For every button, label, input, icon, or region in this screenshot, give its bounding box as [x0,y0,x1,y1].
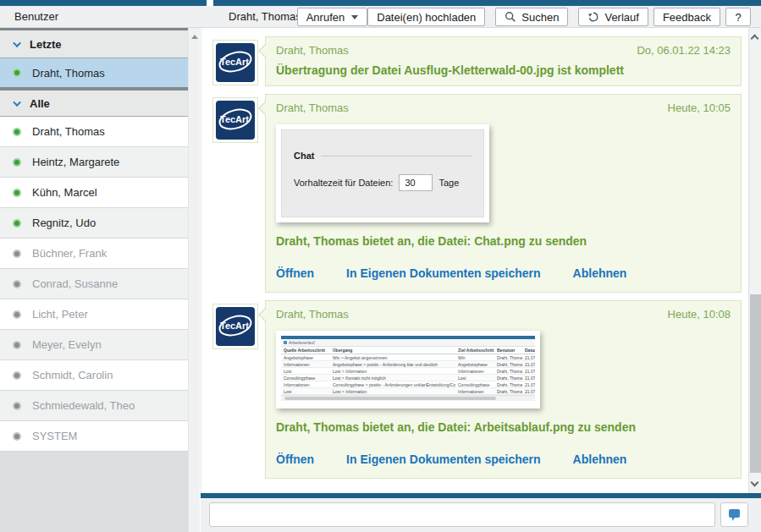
status-dot-icon [13,128,21,136]
chevron-down-icon [351,15,358,19]
open-link[interactable]: Öffnen [276,452,314,466]
mini-horizontal-scrollbar [281,395,535,401]
scrollbar-thumb[interactable] [750,294,761,473]
sidebar-item-draht-thomas-recent[interactable]: Draht, Thomas [0,58,188,89]
message-input[interactable] [209,502,715,527]
sidebar-item-schmiedewald-theo[interactable]: Schmiedewald, Theo [0,391,188,421]
sidebar-item-regnitz-udo[interactable]: Regnitz, Udo [0,208,188,239]
history-button-label: Verlauf [604,11,638,24]
decline-link[interactable]: Ablehnen [573,452,627,466]
user-name: Draht, Thomas [32,67,105,80]
chat-partner-title: Draht, Thomas [229,10,301,23]
save-to-documents-link[interactable]: In Eigenen Dokumenten speichern [346,452,541,466]
file-offer-text: Draht, Thomas bietet an, die Datei: Chat… [276,234,731,248]
file-offer-actions: Öffnen In Eigenen Dokumenten speichern A… [276,452,731,466]
help-button[interactable]: ? [725,8,751,26]
tecart-logo-icon: TecArt [216,307,255,346]
dialog-group-title: Chat [294,151,314,161]
svg-text:TecArt: TecArt [220,57,249,67]
mini-table-row: Informationen Angebotsphase > positiv - … [281,361,535,368]
sidebar-item-licht-peter[interactable]: Licht, Peter [0,299,188,330]
file-offer-actions: Öffnen In Eigenen Dokumenten speichern A… [276,266,731,280]
sidebar-title: Benutzer [14,10,58,23]
status-dot-icon [13,371,21,380]
message-bubble: Draht, Thomas Do, 06.01.22 14:23 Übertra… [265,36,742,86]
chat-message: TecArt Draht, Thomas Heute, 10:05 Chat [212,94,742,293]
mini-table-row: Consultingphase Lost > Kontakt nicht mög… [281,375,535,381]
user-name: Licht, Peter [32,308,88,321]
dialog-field-unit: Tage [438,178,459,188]
header-bar: Benutzer Draht, Thomas Anrufen Datei(en)… [0,6,761,28]
chat-settings-dialog-preview: Chat Vorhaltezeit für Dateien: 30 Tage [281,129,484,217]
scroll-up-arrow-icon[interactable] [191,35,198,39]
help-button-label: ? [735,11,741,24]
status-dot-icon [13,310,21,319]
svg-text:TecArt: TecArt [220,114,249,124]
scroll-down-arrow-icon[interactable] [751,479,759,487]
mini-window-title: Arbeitsverlauf [289,340,315,345]
decline-link[interactable]: Ablehnen [573,266,627,280]
message-text: Übertragung der Datei Ausflug-Kletterwal… [276,63,731,77]
sidebar-item-system[interactable]: SYSTEM [0,421,188,452]
status-dot-icon [13,69,21,77]
sidebar-item-meyer-evelyn[interactable]: Meyer, Evelyn [0,330,188,360]
mini-table-row: Informationen Consultingphase > positiv … [281,381,535,388]
chat-message: TecArt Draht, Thomas Heute, 10:08 Arbeit… [212,300,742,479]
mini-table-row: Angebotsphase Win > Angebot angenommen W… [281,354,535,361]
call-button[interactable]: Anrufen [297,8,368,26]
feedback-button-label: Feedback [663,11,711,24]
user-name: Conrad, Susanne [32,277,118,290]
message-sender: Draht, Thomas [276,101,349,114]
mini-table-header: Quelle Arbeitsschritt Übergang Ziel Arbe… [281,347,535,354]
file-preview-chat-png[interactable]: Chat Vorhaltezeit für Dateien: 30 Tage [276,124,489,222]
sidebar-item-conrad-susanne[interactable]: Conrad, Susanne [0,269,188,299]
message-sender: Draht, Thomas [276,44,349,57]
sidebar-item-draht-thomas[interactable]: Draht, Thomas [0,117,188,147]
chat-message: TecArt Draht, Thomas Do, 06.01.22 14:23 … [212,36,742,86]
search-button-label: Suchen [521,11,559,24]
chat-scrollbar[interactable] [748,28,761,493]
user-name: Schmidt, Carolin [32,369,113,381]
message-bubble: Draht, Thomas Heute, 10:08 Arbeitsverlau… [265,300,742,479]
top-accent-bar-left [0,0,207,6]
mini-window-icon [284,341,287,344]
sidebar-scrollbar[interactable] [188,28,200,532]
section-label: Letzte [30,38,62,51]
open-link[interactable]: Öffnen [276,266,314,280]
file-preview-arbeitsablauf-png[interactable]: Arbeitsverlauf Quelle Arbeitsschritt Übe… [276,331,540,409]
sidebar-item-heintz-margarete[interactable]: Heintz, Margarete [0,147,188,178]
dialog-field-label: Vorhaltezeit für Dateien: [294,178,393,188]
workflow-table-preview: Arbeitsverlauf Quelle Arbeitsschritt Übe… [281,336,535,403]
sidebar-section-alle[interactable]: Alle [0,89,188,117]
status-dot-icon [13,341,21,349]
call-button-label: Anrufen [306,11,345,24]
save-to-documents-link[interactable]: In Eigenen Dokumenten speichern [346,266,541,280]
user-name: Kühn, Marcel [32,186,97,199]
history-button[interactable]: Verlauf [578,8,648,26]
tecart-logo-icon: TecArt [216,101,255,140]
user-name: Büchner, Frank [32,247,107,260]
search-button[interactable]: Suchen [495,8,568,26]
message-sender: Draht, Thomas [276,308,349,321]
scroll-up-arrow-icon[interactable] [751,35,759,43]
status-dot-icon [13,189,21,197]
sidebar-item-schmidt-carolin[interactable]: Schmidt, Carolin [0,360,188,391]
status-dot-icon [13,219,21,228]
file-offer-text: Draht, Thomas bietet an, die Datei: Arbe… [276,420,731,434]
search-icon [505,11,516,23]
mini-table-row: Lost Lost > Information Informationen Dr… [281,368,535,375]
send-button[interactable] [720,502,748,527]
sidebar-item-kuehn-marcel[interactable]: Kühn, Marcel [0,178,188,208]
sidebar-item-buechner-frank[interactable]: Büchner, Frank [0,239,188,269]
upload-files-button[interactable]: Datei(en) hochladen [367,8,485,26]
user-name: Draht, Thomas [32,125,105,138]
speech-bubble-icon [727,507,742,522]
feedback-button[interactable]: Feedback [653,8,720,26]
status-dot-icon [13,432,21,441]
mini-scrollbar-thumb [284,397,496,400]
chat-application-window: Benutzer Draht, Thomas Anrufen Datei(en)… [0,0,761,532]
message-timestamp: Do, 06.01.22 14:23 [637,44,731,57]
tecart-logo-icon: TecArt [216,43,255,82]
sidebar-section-letzte[interactable]: Letzte [0,30,188,58]
user-name: Meyer, Evelyn [32,338,102,351]
